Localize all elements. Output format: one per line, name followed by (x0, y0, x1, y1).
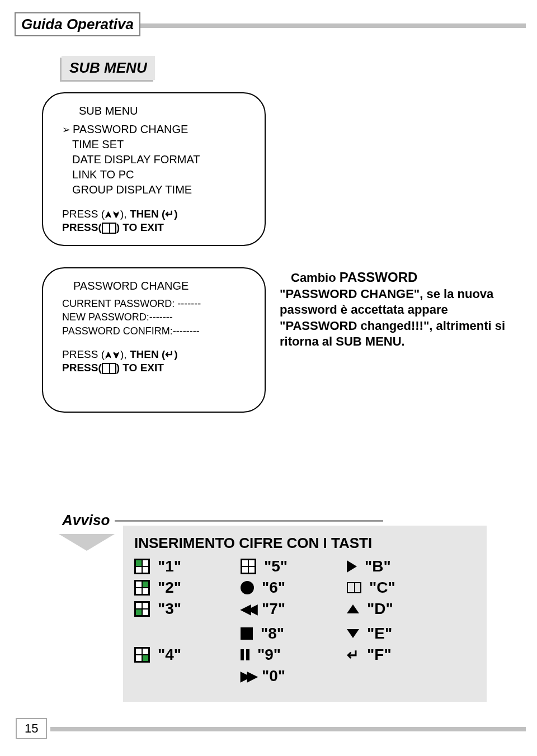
key-6: "6" (241, 579, 347, 597)
submenu-heading: SUB MENU (62, 56, 155, 80)
panel1-press-line: PRESS (⮝⮟), THEN (↵) (62, 207, 251, 220)
password-change-panel: PASSWORD CHANGE CURRENT PASSWORD: ------… (42, 267, 266, 413)
key-F: ↵"F" (347, 646, 453, 664)
panel2-press-line: PRESS (⮝⮟), THEN (↵) (62, 348, 251, 361)
key-1: "1" (134, 557, 241, 575)
avviso-box: INSERIMENTO CIFRE CON I TASTI "1" "5" "B… (123, 526, 487, 702)
menu-item-password-change: PASSWORD CHANGE (62, 122, 251, 137)
key-C: "C" (347, 579, 453, 597)
key-grid: "1" "5" "B" "2" "6" "C" "3" ◀◀"7" "D" "8… (134, 557, 475, 685)
book-icon (102, 363, 116, 374)
avviso-triangle-icon (59, 534, 115, 551)
stop-icon (241, 627, 253, 640)
description-body: "PASSWORD CHANGE", se la nuova password … (280, 286, 515, 350)
bottom-rule (50, 727, 526, 731)
panel2-title: PASSWORD CHANGE (73, 280, 251, 292)
enter-icon: ↵ (347, 646, 359, 664)
circle-icon (241, 581, 254, 594)
key-9: "9" (241, 646, 347, 664)
forward-icon: ▶▶ (241, 668, 254, 684)
top-rule (134, 23, 526, 28)
key-B: "B" (347, 557, 453, 575)
book-icon (347, 582, 361, 593)
key-3: "3" (134, 600, 241, 618)
confirm-password-line: PASSWORD CONFIRM:-------- (62, 324, 251, 338)
book-icon (102, 223, 116, 234)
menu-item-time-set: TIME SET (72, 137, 251, 152)
key-8: "8" (241, 625, 347, 642)
new-password-line: NEW PASSWORD:------- (62, 310, 251, 324)
quad-icon-3 (134, 601, 150, 617)
panel2-exit-line: PRESS() TO EXIT (62, 362, 251, 374)
menu-item-date-format: DATE DISPLAY FORMAT (72, 152, 251, 167)
quad-icon-2 (134, 580, 150, 596)
quad-icon-4 (134, 647, 150, 663)
updown-icon: ⮝⮟ (105, 351, 120, 360)
description-block: Cambio PASSWORD "PASSWORD CHANGE", se la… (280, 268, 515, 350)
panel1-exit-line: PRESS() TO EXIT (62, 221, 251, 234)
avviso-title: INSERIMENTO CIFRE CON I TASTI (134, 535, 475, 552)
updown-icon: ⮝⮟ (105, 210, 120, 219)
menu-item-group-display: GROUP DISPLAY TIME (72, 182, 251, 197)
key-5: "5" (241, 557, 347, 575)
current-password-line: CURRENT PASSWORD: ------- (62, 297, 251, 310)
section-title-tab: Guida Operativa (15, 12, 140, 36)
submenu-panel: SUB MENU PASSWORD CHANGE TIME SET DATE D… (42, 92, 266, 246)
play-icon (347, 560, 357, 573)
down-icon (347, 629, 359, 638)
quad-icon-1 (134, 559, 150, 574)
quad-icon-5 (241, 559, 256, 574)
key-4: "4" (134, 646, 241, 664)
key-2: "2" (134, 579, 241, 597)
key-D: "D" (347, 600, 453, 618)
panel1-title: SUB MENU (79, 105, 251, 117)
key-7: ◀◀"7" (241, 600, 347, 618)
avviso-rule (115, 520, 383, 522)
rewind-icon: ◀◀ (241, 601, 254, 617)
avviso-label: Avviso (59, 512, 113, 529)
description-title: Cambio PASSWORD (280, 268, 515, 286)
up-icon (347, 604, 359, 613)
key-E: "E" (347, 625, 453, 642)
menu-item-link-pc: LINK TO PC (72, 167, 251, 182)
pause-icon (241, 649, 249, 660)
key-0: ▶▶"0" (241, 667, 347, 685)
page-number: 15 (16, 718, 47, 739)
